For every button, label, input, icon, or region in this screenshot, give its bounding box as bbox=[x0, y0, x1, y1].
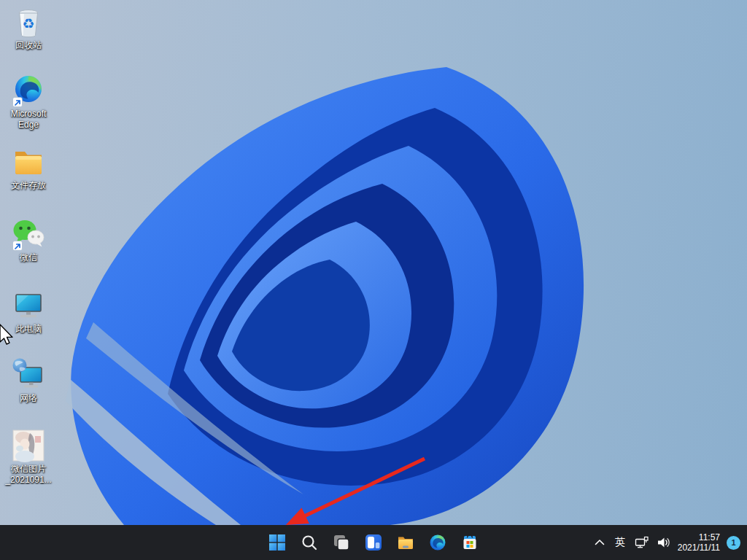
desktop-icon-wechat[interactable]: 微信 bbox=[1, 217, 56, 263]
desktop-icon-recycle-bin[interactable]: ♻ 回收站 bbox=[1, 4, 56, 51]
widgets-icon bbox=[365, 534, 382, 551]
edge-button[interactable] bbox=[423, 528, 452, 557]
task-view-button[interactable] bbox=[327, 528, 356, 557]
task-view-icon bbox=[333, 534, 350, 551]
tray-clock[interactable]: 11:57 2021/11/11 bbox=[678, 532, 720, 553]
svg-text:♻: ♻ bbox=[22, 15, 34, 31]
microsoft-store-icon bbox=[461, 534, 479, 551]
desktop-icon-wechat-image[interactable]: 微信图片_2021091... bbox=[1, 428, 56, 486]
network-icon bbox=[11, 357, 46, 392]
desktop-icon-label: 网络 bbox=[20, 393, 37, 404]
start-button[interactable] bbox=[263, 528, 292, 557]
file-explorer-icon bbox=[397, 534, 414, 551]
tray-volume-button[interactable] bbox=[653, 528, 675, 557]
desktop-icon-files-folder[interactable]: 文件存放 bbox=[1, 144, 56, 191]
edge-icon bbox=[11, 73, 46, 108]
volume-icon bbox=[656, 534, 672, 551]
search-icon bbox=[301, 534, 318, 551]
network-icon bbox=[634, 534, 650, 551]
windows-desktop: ♻ 回收站 MicrosoftEdge bbox=[0, 0, 747, 560]
image-thumbnail-icon bbox=[11, 428, 46, 463]
bloom-wallpaper-graphic bbox=[0, 0, 747, 525]
taskbar-center-buttons bbox=[263, 528, 484, 557]
start-icon bbox=[268, 534, 286, 551]
desktop-icon-label: 微信 bbox=[20, 252, 37, 263]
taskbar: 英 11:57 2021/11/11 bbox=[0, 525, 747, 560]
this-pc-icon bbox=[11, 288, 46, 323]
widgets-button[interactable] bbox=[359, 528, 388, 557]
clock-date: 2021/11/11 bbox=[678, 542, 720, 553]
ime-indicator[interactable]: 英 bbox=[609, 528, 631, 557]
folder-icon bbox=[11, 144, 46, 179]
chevron-up-icon bbox=[592, 534, 608, 551]
wechat-icon bbox=[11, 217, 46, 252]
desktop-icon-network[interactable]: 网络 bbox=[1, 357, 56, 404]
notification-badge[interactable]: 1 bbox=[727, 536, 740, 550]
tray-chevron-button[interactable] bbox=[590, 528, 609, 557]
edge-icon bbox=[429, 534, 446, 551]
notification-count: 1 bbox=[731, 538, 735, 547]
file-explorer-button[interactable] bbox=[391, 528, 420, 557]
desktop-icon-label: 微信图片_2021091... bbox=[5, 464, 51, 486]
desktop-icon-label: MicrosoftEdge bbox=[11, 109, 47, 131]
desktop-icon-label: 回收站 bbox=[15, 40, 42, 51]
desktop-wallpaper bbox=[0, 0, 747, 525]
recycle-bin-icon: ♻ bbox=[11, 4, 46, 39]
microsoft-store-button[interactable] bbox=[455, 528, 484, 557]
desktop-icon-this-pc[interactable]: 此电脑 bbox=[1, 288, 56, 335]
desktop-icon-label: 文件存放 bbox=[11, 180, 46, 191]
clock-time: 11:57 bbox=[678, 532, 720, 543]
search-button[interactable] bbox=[295, 528, 324, 557]
ime-label: 英 bbox=[615, 536, 625, 549]
desktop-icon-label: 此电脑 bbox=[15, 324, 42, 335]
tray-network-button[interactable] bbox=[631, 528, 653, 557]
system-tray: 英 11:57 2021/11/11 bbox=[590, 525, 744, 560]
desktop-icon-microsoft-edge[interactable]: MicrosoftEdge bbox=[1, 73, 56, 131]
